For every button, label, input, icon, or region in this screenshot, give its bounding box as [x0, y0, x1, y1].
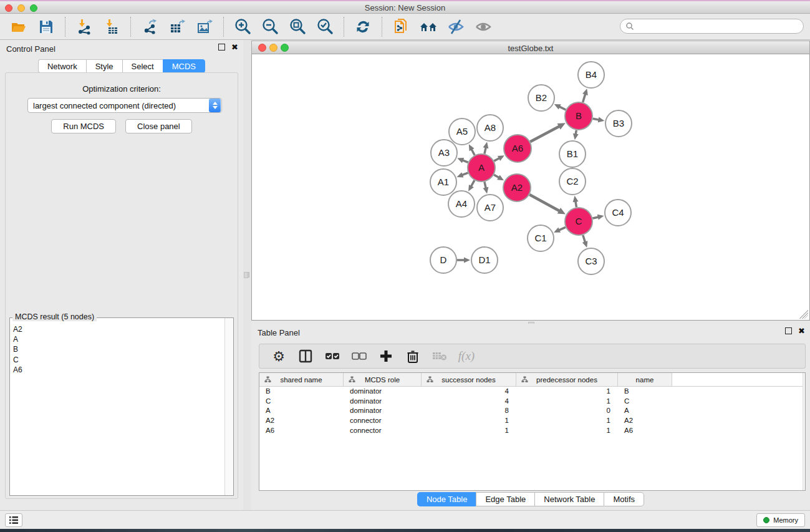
table-scrollbar[interactable] [803, 373, 805, 490]
table-cell[interactable]: A2 [618, 416, 672, 426]
show-all-icon[interactable] [473, 17, 493, 37]
graph-edge-A2-C[interactable] [529, 195, 559, 211]
tab-network[interactable]: Network [38, 59, 86, 73]
close-panel-icon[interactable]: ✖ [231, 44, 238, 51]
graph-edge-B-B3[interactable] [593, 118, 599, 120]
memory-button[interactable]: Memory [756, 513, 805, 527]
table-settings-icon[interactable]: ⚙ [271, 348, 287, 364]
table-cell[interactable]: 4 [422, 397, 516, 407]
table-cell[interactable]: A [259, 406, 344, 416]
column-header-MCDS-role[interactable]: MCDS role [344, 373, 422, 387]
table-cell[interactable]: C [259, 397, 344, 407]
column-header-successor-nodes[interactable]: successor nodes [422, 373, 516, 387]
delete-table-icon[interactable] [432, 348, 448, 364]
mcds-result-item[interactable]: A6 [13, 365, 224, 375]
import-network-icon[interactable] [74, 17, 94, 37]
table-row[interactable]: Bdominator41B [259, 387, 805, 397]
open-session-icon[interactable] [9, 17, 29, 37]
table-cell[interactable]: dominator [344, 387, 422, 397]
graph-edge-A-A8[interactable] [485, 147, 486, 153]
table-cell[interactable]: 1 [422, 426, 516, 436]
add-column-icon[interactable] [378, 348, 394, 364]
table-cell[interactable]: 1 [422, 416, 516, 426]
table-cell[interactable]: dominator [344, 397, 422, 407]
pane-handle[interactable] [244, 272, 248, 278]
task-history-button[interactable] [5, 513, 22, 527]
new-network-icon[interactable] [391, 17, 411, 37]
table-cell[interactable]: 4 [422, 387, 516, 397]
graph-edge-A-A3[interactable] [463, 160, 468, 163]
export-network-icon[interactable] [140, 17, 160, 37]
table-cell[interactable]: C [618, 397, 672, 407]
mcds-result-item[interactable]: C [13, 355, 224, 365]
graph-edge-A6-B[interactable] [530, 126, 559, 142]
table-cell[interactable]: connector [344, 426, 422, 436]
graph-edge-C-C1[interactable] [559, 227, 566, 230]
graph-edge-B-B2[interactable] [559, 107, 566, 110]
hide-selected-icon[interactable] [446, 17, 466, 37]
select-all-icon[interactable] [324, 348, 340, 364]
float-table-panel-icon[interactable] [785, 327, 792, 334]
function-builder-icon[interactable]: f(x) [458, 348, 475, 364]
table-cell[interactable]: dominator [344, 406, 422, 416]
close-table-panel-icon[interactable]: ✖ [798, 327, 805, 334]
export-table-icon[interactable] [167, 17, 187, 37]
criterion-dropdown[interactable]: largest connected component (directed) [27, 98, 222, 113]
resize-grip-icon[interactable] [799, 310, 808, 319]
mcds-result-item[interactable]: A2 [13, 324, 224, 334]
table-cell[interactable]: A6 [259, 426, 344, 436]
tab-style[interactable]: Style [86, 59, 122, 73]
table-cell[interactable]: 1 [516, 416, 618, 426]
search-field[interactable] [620, 19, 804, 34]
first-neighbors-icon[interactable] [418, 17, 438, 37]
graph-edge-C-C4[interactable] [592, 217, 598, 218]
table-row[interactable]: Cdominator41C [259, 397, 805, 407]
dropdown-stepper-icon[interactable] [209, 99, 221, 112]
mcds-result-item[interactable]: A [13, 334, 224, 344]
graph-edge-C-C2[interactable] [576, 201, 577, 208]
table-cell[interactable]: connector [344, 416, 422, 426]
column-header-shared-name[interactable]: shared name [259, 373, 344, 387]
table-row[interactable]: A2connector11A2 [259, 416, 805, 426]
export-image-icon[interactable] [195, 17, 215, 37]
table-cell[interactable]: 1 [516, 426, 618, 436]
table-cell[interactable]: A [618, 406, 672, 416]
zoom-fit-icon[interactable] [287, 17, 307, 37]
tab-select[interactable]: Select [122, 59, 163, 73]
tab-motifs[interactable]: Motifs [604, 492, 644, 506]
close-panel-button[interactable]: Close panel [125, 119, 192, 133]
zoom-out-icon[interactable] [260, 17, 280, 37]
tab-network-table[interactable]: Network Table [534, 492, 604, 506]
table-cell[interactable]: 1 [516, 397, 618, 407]
split-view-icon[interactable] [297, 348, 314, 364]
graph-edge-A-A2[interactable] [494, 175, 499, 178]
table-cell[interactable]: 8 [422, 406, 516, 416]
save-session-icon[interactable] [36, 17, 56, 37]
deselect-all-icon[interactable] [351, 348, 367, 364]
delete-column-icon[interactable] [405, 348, 421, 364]
refresh-icon[interactable] [353, 17, 373, 37]
graph-edge-A-A4[interactable] [471, 180, 474, 186]
table-cell[interactable]: B [259, 387, 344, 397]
column-header-predecessor-nodes[interactable]: predecessor nodes [516, 373, 618, 387]
run-mcds-button[interactable]: Run MCDS [51, 119, 116, 133]
zoom-in-icon[interactable] [233, 17, 253, 37]
table-row[interactable]: A6connector11A6 [259, 426, 805, 436]
float-panel-icon[interactable] [218, 44, 225, 51]
table-row[interactable]: Adominator80A [259, 406, 805, 416]
graph-edge-A-A5[interactable] [471, 149, 475, 155]
graph-edge-A-A7[interactable] [485, 181, 486, 188]
table-cell[interactable]: 1 [516, 387, 618, 397]
network-canvas[interactable]: B4B2BB3A8A5A6A3B1AA1C2A2A4A7C4CC1C3DD1 [251, 54, 810, 321]
table-cell[interactable]: 0 [516, 406, 618, 416]
tab-node-table[interactable]: Node Table [417, 492, 476, 506]
graph-edge-A-A1[interactable] [462, 173, 468, 175]
mcds-result-item[interactable]: B [13, 344, 224, 354]
search-input[interactable] [634, 22, 790, 31]
zoom-selected-icon[interactable] [315, 17, 335, 37]
table-cell[interactable]: A6 [618, 426, 672, 436]
tab-edge-table[interactable]: Edge Table [476, 492, 534, 506]
mcds-result-scrollbar[interactable] [224, 318, 233, 495]
graph-edge-B-B4[interactable] [583, 94, 586, 102]
tab-mcds[interactable]: MCDS [163, 59, 205, 73]
